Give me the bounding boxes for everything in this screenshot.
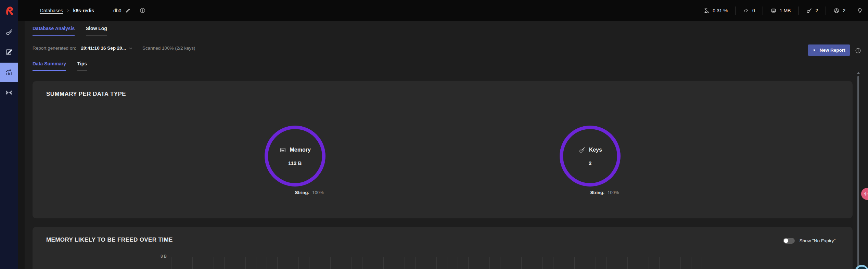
new-report-button[interactable]: New Report	[808, 44, 850, 56]
cpu-usage-icon	[703, 8, 710, 14]
breadcrumb-current-database: k8s-redis	[73, 8, 94, 13]
sidebar	[0, 21, 18, 269]
legend-type-value: 100%	[312, 190, 323, 195]
tab-tips[interactable]: Tips	[77, 61, 87, 71]
key-icon	[806, 8, 812, 14]
summary-per-data-type-panel: SUMMARY PER DATA TYPE Memory 112 B Strin…	[33, 81, 853, 218]
report-date-value: 20:41:10 16 Sep 20...	[81, 46, 126, 51]
keys-donut-head: Keys	[578, 146, 602, 154]
toggle-knob	[784, 239, 788, 243]
legend-type-label: String:	[590, 190, 604, 195]
show-no-expiry-toggle[interactable]	[783, 238, 795, 244]
db-index-group: db0	[113, 7, 146, 14]
breadcrumb: Databases > k8s-redis	[40, 8, 94, 13]
y-axis-tick-label: 8 B	[161, 254, 167, 259]
memory-icon	[279, 146, 286, 154]
report-generated-label: Report generated on:	[33, 46, 76, 51]
content-left-gutter	[18, 21, 25, 269]
breadcrumb-databases-link[interactable]: Databases	[40, 8, 63, 13]
stat-keys-value: 2	[815, 8, 818, 13]
show-no-expiry-label: Show "No Expiry"	[799, 238, 835, 243]
stat-cpu-value: 0.31 %	[713, 8, 728, 13]
keys-donut-label: Keys	[589, 147, 602, 153]
keys-donut-value: 2	[589, 160, 591, 166]
memory-donut-cell: Memory 112 B String: 100%	[147, 126, 443, 195]
report-date-dropdown[interactable]: 20:41:10 16 Sep 20...	[81, 46, 133, 51]
stat-memory-value: 1 MB	[780, 8, 791, 13]
redis-home-button[interactable]	[0, 0, 18, 21]
sidebar-item-browser[interactable]	[0, 23, 18, 41]
clients-icon	[833, 8, 840, 14]
donut-divider	[284, 157, 306, 157]
topbar-metrics: 0.31 % 0 1 MB 2	[696, 7, 868, 15]
report-bar: Report generated on: 20:41:10 16 Sep 20.…	[33, 46, 195, 51]
keys-donut-cell: Keys 2 String: 100%	[443, 126, 738, 195]
memory-donut-chart: Memory 112 B	[265, 126, 326, 187]
insights-lightbulb-icon[interactable]	[856, 7, 863, 14]
topbar: Databases > k8s-redis db0 0.31 %	[0, 0, 868, 21]
no-expiry-toggle-row: Show "No Expiry"	[783, 238, 835, 244]
memory-donut-legend: String: 100%	[295, 190, 324, 195]
stat-total-memory: 1 MB	[763, 7, 799, 15]
sidebar-item-workbench[interactable]	[0, 43, 18, 61]
redis-logo-icon	[4, 5, 14, 16]
memory-donut-value: 112 B	[288, 160, 302, 166]
key-icon	[578, 146, 586, 154]
new-report-label: New Report	[819, 48, 845, 53]
vertical-scrollbar[interactable]	[857, 76, 859, 269]
memory-panel-title: MEMORY LIKELY TO BE FREED OVER TIME	[33, 227, 853, 243]
memory-freed-over-time-panel: MEMORY LIKELY TO BE FREED OVER TIME Show…	[33, 227, 853, 269]
breadcrumb-separator: >	[67, 8, 69, 13]
summary-panel-title: SUMMARY PER DATA TYPE	[33, 81, 853, 98]
analytics-icon	[5, 68, 13, 76]
scrollbar-up-arrow[interactable]	[857, 72, 860, 74]
stat-commands-per-sec: 0	[736, 7, 763, 15]
stat-commands-value: 0	[752, 8, 755, 13]
donut-charts-row: Memory 112 B String: 100% Keys	[147, 126, 738, 195]
chevron-down-icon	[128, 46, 133, 51]
db-info-icon[interactable]	[139, 7, 146, 14]
pubsub-icon	[5, 89, 13, 97]
keys-donut-legend: String: 100%	[590, 190, 619, 195]
workbench-icon	[5, 48, 13, 56]
analysis-tabs: Data Summary Tips	[33, 61, 97, 71]
donut-divider	[579, 157, 601, 157]
play-icon	[813, 48, 816, 52]
sidebar-item-pubsub[interactable]	[0, 83, 18, 102]
keys-donut-chart: Keys 2	[560, 126, 621, 187]
stat-cpu: 0.31 %	[696, 7, 736, 15]
gauge-icon	[743, 8, 749, 14]
time-chart-grid	[171, 257, 709, 269]
stat-clients-value: 2	[843, 8, 845, 13]
tab-slow-log[interactable]: Slow Log	[86, 26, 107, 36]
report-info-icon[interactable]	[855, 47, 861, 54]
scanned-status: Scanned 100% (2/2 keys)	[142, 46, 195, 51]
sidebar-item-analytics[interactable]	[0, 63, 18, 82]
tab-data-summary[interactable]: Data Summary	[33, 61, 66, 71]
edit-db-pencil-icon[interactable]	[125, 8, 131, 13]
page-tabs: Database Analysis Slow Log	[33, 25, 117, 36]
legend-type-label: String:	[295, 190, 309, 195]
stat-total-keys: 2	[799, 7, 826, 15]
translate-icon: 中A	[864, 191, 868, 196]
db-index-label: db0	[113, 8, 121, 13]
key-icon	[5, 28, 13, 36]
tab-database-analysis[interactable]: Database Analysis	[33, 26, 75, 36]
stat-connected-clients: 2	[826, 7, 853, 15]
memory-donut-label: Memory	[290, 147, 311, 153]
legend-type-value: 100%	[608, 190, 619, 195]
memory-donut-head: Memory	[279, 146, 311, 154]
memory-icon	[770, 8, 777, 14]
